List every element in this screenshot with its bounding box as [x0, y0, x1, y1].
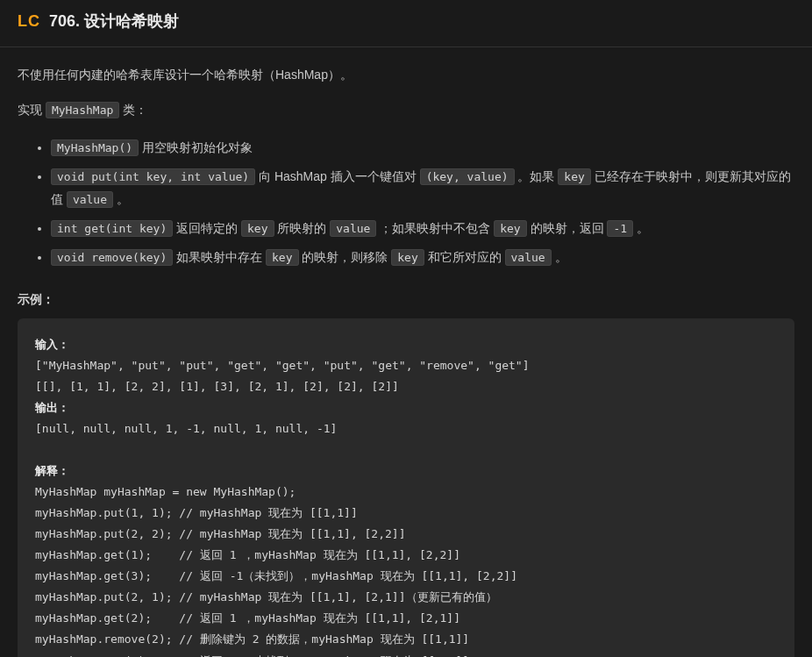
method-code: MyHashMap(): [51, 139, 139, 156]
method-remove: void remove(key) 如果映射中存在 key 的映射，则移除 key…: [51, 246, 794, 269]
example-code-block: 输入： ["MyHashMap", "put", "put", "get", "…: [18, 318, 794, 657]
method-desc: 向 HashMap 插入一个键值对: [255, 169, 419, 183]
input-label: 输入：: [35, 338, 69, 351]
output-line: [null, null, null, 1, -1, null, 1, null,…: [35, 422, 337, 435]
method-list: MyHashMap() 用空映射初始化对象 void put(int key, …: [18, 136, 794, 268]
param-code: key: [494, 220, 526, 237]
param-code: key: [241, 220, 274, 237]
method-code: int get(int key): [51, 220, 173, 237]
method-desc: 的映射，返回: [527, 221, 608, 235]
method-desc: 。如果: [515, 169, 559, 183]
param-code: key: [558, 168, 590, 185]
method-put: void put(int key, int value) 向 HashMap 插…: [51, 165, 794, 211]
implement-suffix: 类：: [119, 103, 147, 117]
explain-label: 解释：: [35, 464, 69, 477]
method-desc: 返回特定的: [173, 221, 241, 235]
method-desc: 的映射，则移除: [299, 250, 392, 264]
method-desc: 所映射的: [274, 221, 331, 235]
implement-class-code: MyHashMap: [46, 102, 119, 118]
param-code: value: [505, 249, 552, 266]
param-code: key: [266, 249, 298, 266]
param-code: (key, value): [420, 168, 515, 185]
method-desc: 。: [552, 250, 567, 264]
input-line-2: [[], [1, 1], [2, 2], [1], [3], [2, 1], […: [35, 380, 399, 393]
input-line-1: ["MyHashMap", "put", "put", "get", "get"…: [35, 359, 530, 372]
method-desc: 和它所对应的: [424, 250, 505, 264]
header-title-row: LC 706. 设计哈希映射: [18, 9, 794, 34]
method-get: int get(int key) 返回特定的 key 所映射的 value ；如…: [51, 217, 794, 240]
method-desc: ；如果映射中不包含: [376, 221, 494, 235]
implement-line: 实现 MyHashMap 类：: [18, 100, 794, 120]
implement-prefix: 实现: [18, 103, 46, 117]
problem-header: LC 706. 设计哈希映射: [0, 0, 812, 47]
method-constructor: MyHashMap() 用空映射初始化对象: [51, 136, 794, 160]
param-code: key: [391, 249, 424, 266]
lc-badge: LC: [18, 9, 40, 34]
method-code: void put(int key, int value): [51, 168, 255, 185]
explain-lines: MyHashMap myHashMap = new MyHashMap(); m…: [35, 485, 517, 657]
param-code: -1: [607, 220, 633, 237]
method-desc: 用空映射初始化对象: [139, 140, 253, 154]
problem-title: 706. 设计哈希映射: [49, 9, 179, 34]
output-label: 输出：: [35, 401, 69, 414]
method-desc: 如果映射中存在: [173, 250, 266, 264]
method-desc: 。: [113, 192, 129, 206]
param-code: value: [330, 220, 376, 237]
example-label: 示例：: [18, 289, 794, 309]
problem-content: 不使用任何内建的哈希表库设计一个哈希映射（HashMap）。 实现 MyHash…: [0, 47, 812, 657]
intro-text: 不使用任何内建的哈希表库设计一个哈希映射（HashMap）。: [18, 65, 794, 84]
param-code: value: [67, 191, 113, 208]
method-code: void remove(key): [51, 249, 173, 266]
method-desc: 。: [633, 221, 649, 235]
